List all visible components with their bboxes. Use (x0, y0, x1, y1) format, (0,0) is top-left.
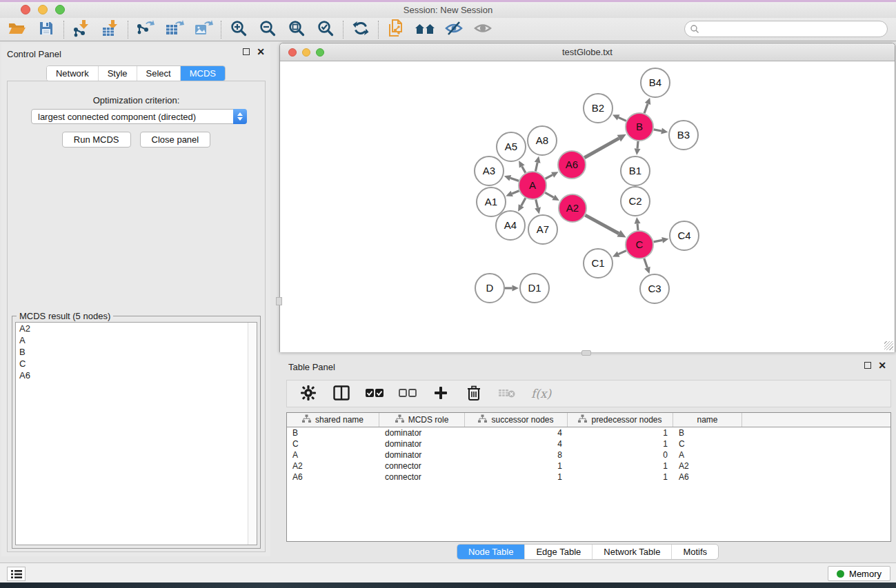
close-panel-button[interactable]: Close panel (140, 132, 211, 148)
tab-edge-table[interactable]: Edge Table (524, 545, 592, 559)
tab-network-table[interactable]: Network Table (592, 545, 671, 559)
edge-C-C2[interactable] (637, 223, 638, 230)
result-item[interactable]: A (16, 334, 257, 346)
new-network-from-selection-button[interactable] (384, 20, 408, 39)
run-mcds-button[interactable]: Run MCDS (62, 132, 131, 148)
edge-A6-B[interactable] (584, 139, 619, 158)
export-table-button[interactable] (163, 20, 186, 39)
cell-name[interactable]: A2 (673, 460, 742, 472)
column-header-successor-nodes[interactable]: successor nodes (465, 413, 568, 427)
tab-motifs[interactable]: Motifs (671, 545, 718, 559)
cell-name[interactable]: A6 (673, 472, 742, 483)
cell-MCDS-role[interactable]: connector (379, 460, 465, 472)
tab-style[interactable]: Style (98, 66, 137, 81)
memory-button[interactable]: Memory (828, 566, 890, 581)
deselect-all-button[interactable] (399, 385, 417, 403)
save-button[interactable] (34, 20, 58, 39)
cell-predecessor-nodes[interactable]: 1 (568, 460, 673, 472)
result-item[interactable]: B (16, 346, 257, 358)
delete-table-button[interactable] (498, 385, 516, 403)
cell-MCDS-role[interactable]: connector (379, 472, 465, 483)
export-network-button[interactable] (134, 20, 157, 39)
add-row-button[interactable] (432, 385, 450, 403)
edge-C-C4[interactable] (654, 240, 663, 242)
edge-B-B1[interactable] (637, 141, 638, 149)
hide-selected-button[interactable] (442, 20, 466, 39)
export-image-button[interactable] (192, 20, 215, 39)
edge-A-A4[interactable] (521, 198, 526, 205)
tab-network[interactable]: Network (47, 66, 98, 81)
mcds-result-list[interactable]: A2ABCA6 (15, 322, 257, 545)
cell-MCDS-role[interactable]: dominator (379, 449, 465, 460)
cell-shared-name[interactable]: A2 (287, 460, 379, 472)
table-row[interactable]: Bdominator41B (287, 427, 890, 438)
show-all-button[interactable] (471, 20, 495, 39)
tab-mcds[interactable]: MCDS (180, 66, 225, 81)
result-item[interactable]: C (16, 358, 257, 369)
network-canvas[interactable]: B4B2BB3A5A8A6A3AB1A1C2A2A4A7C4CC1C3DD1 (280, 62, 895, 352)
table-row[interactable]: A6connector11A6 (287, 472, 890, 483)
cell-shared-name[interactable]: A6 (287, 472, 379, 483)
table-row[interactable]: A2connector11A2 (287, 460, 890, 472)
edge-A-A8[interactable] (535, 163, 537, 172)
cell-predecessor-nodes[interactable]: 1 (568, 438, 673, 449)
delete-row-button[interactable] (465, 385, 483, 403)
cell-successor-nodes[interactable]: 4 (465, 438, 568, 449)
edge-A2-C[interactable] (585, 215, 619, 234)
table-row[interactable]: Cdominator41C (287, 438, 890, 449)
tab-select[interactable]: Select (137, 66, 180, 81)
edge-C-C3[interactable] (644, 258, 648, 267)
columns-button[interactable] (332, 385, 350, 403)
cell-predecessor-nodes[interactable]: 1 (568, 427, 673, 438)
zoom-selected-button[interactable] (314, 20, 337, 39)
node-table[interactable]: shared nameMCDS rolesuccessor nodesprede… (286, 412, 891, 542)
cell-successor-nodes[interactable]: 1 (465, 460, 568, 472)
optimization-criterion-dropdown[interactable]: largest connected component (directed) (31, 109, 247, 124)
canvas-side-grip[interactable] (276, 297, 282, 305)
column-header-shared-name[interactable]: shared name (287, 413, 379, 427)
select-all-button[interactable] (366, 385, 384, 403)
result-item[interactable]: A2 (16, 323, 257, 334)
edge-A-A2[interactable] (545, 192, 553, 197)
task-history-button[interactable] (7, 567, 26, 581)
gear-button[interactable] (299, 385, 317, 403)
cell-successor-nodes[interactable]: 8 (465, 449, 568, 460)
cell-name[interactable]: A (673, 449, 742, 460)
import-table-button[interactable] (99, 20, 122, 39)
window-resize-grip[interactable] (884, 341, 893, 350)
edge-A-A6[interactable] (546, 175, 553, 179)
close-table-panel-icon[interactable]: ✕ (878, 362, 886, 369)
refresh-button[interactable] (349, 20, 372, 39)
table-row[interactable]: Adominator80A (287, 449, 890, 460)
cell-successor-nodes[interactable]: 1 (465, 472, 568, 483)
search-input[interactable] (684, 21, 888, 37)
close-panel-icon[interactable]: ✕ (257, 48, 265, 55)
cell-MCDS-role[interactable]: dominator (379, 427, 465, 438)
edge-B-B4[interactable] (644, 104, 648, 114)
result-scrollbar[interactable] (248, 323, 257, 545)
edge-A-A7[interactable] (536, 199, 538, 207)
zoom-in-button[interactable] (227, 20, 250, 39)
split-pane-grip[interactable] (581, 350, 591, 356)
first-neighbors-button[interactable] (413, 20, 437, 39)
zoom-out-button[interactable] (256, 20, 279, 39)
float-table-panel-icon[interactable] (864, 362, 871, 369)
cell-shared-name[interactable]: A (287, 449, 379, 460)
tab-node-table[interactable]: Node Table (457, 545, 525, 559)
edge-B-B3[interactable] (654, 130, 661, 131)
cell-name[interactable]: C (673, 438, 742, 449)
cell-successor-nodes[interactable]: 4 (465, 427, 568, 438)
edge-B-B2[interactable] (619, 117, 626, 121)
column-header-MCDS-role[interactable]: MCDS role (379, 413, 465, 427)
column-header-predecessor-nodes[interactable]: predecessor nodes (568, 413, 673, 427)
cell-name[interactable]: B (673, 427, 742, 438)
open-button[interactable] (6, 20, 29, 39)
edge-A-A1[interactable] (512, 191, 519, 194)
result-item[interactable]: A6 (16, 369, 257, 381)
cell-predecessor-nodes[interactable]: 0 (568, 449, 673, 460)
float-panel-icon[interactable] (243, 48, 250, 55)
function-builder-button[interactable]: f(x) (531, 387, 551, 401)
cell-MCDS-role[interactable]: dominator (379, 438, 465, 449)
column-header-name[interactable]: name (673, 413, 742, 427)
edge-A-A3[interactable] (510, 178, 519, 181)
